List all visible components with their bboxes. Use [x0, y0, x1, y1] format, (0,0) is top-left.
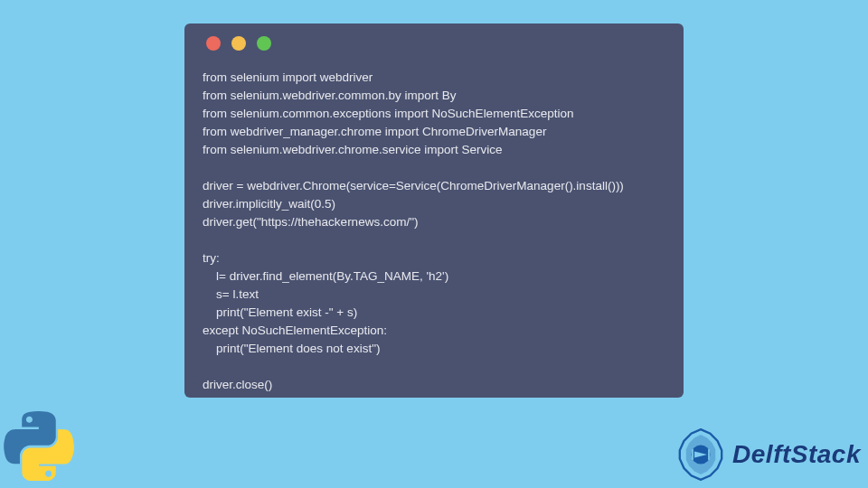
- code-block: from selenium import webdriver from sele…: [203, 69, 665, 394]
- minimize-icon[interactable]: [231, 36, 246, 51]
- svg-rect-5: [708, 449, 710, 460]
- delftstack-icon: [675, 428, 727, 481]
- code-window: from selenium import webdriver from sele…: [184, 23, 684, 398]
- window-controls: [203, 36, 665, 51]
- brand-logo: DelftStack: [675, 428, 861, 481]
- python-logo-icon: [4, 410, 74, 481]
- brand-name: DelftStack: [732, 440, 861, 469]
- maximize-icon[interactable]: [257, 36, 271, 51]
- svg-rect-4: [692, 449, 693, 460]
- close-icon[interactable]: [206, 36, 221, 51]
